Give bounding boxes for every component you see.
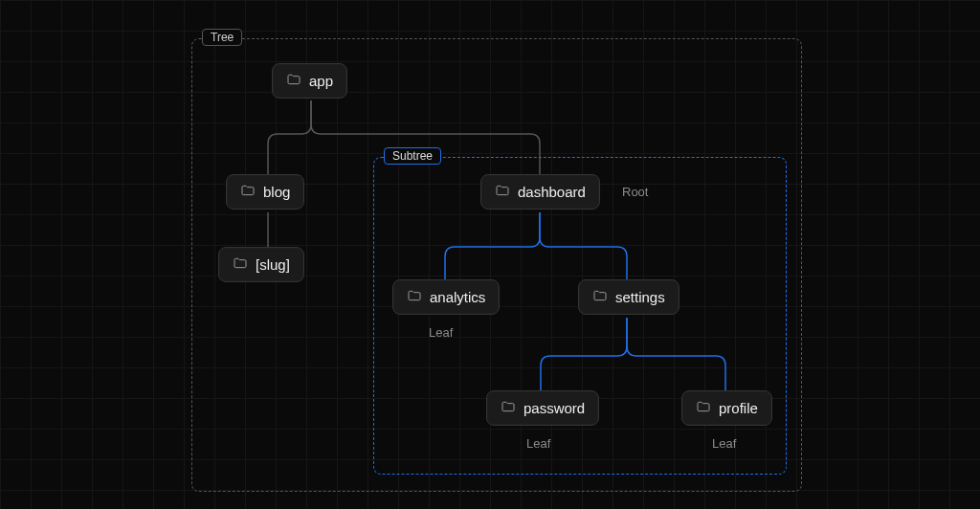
node-label: password	[523, 400, 585, 416]
tree-label: Tree	[202, 29, 242, 46]
annotation-leaf-profile: Leaf	[712, 436, 736, 451]
node-analytics[interactable]: analytics	[392, 279, 500, 315]
folder-icon	[233, 255, 248, 274]
node-label: analytics	[430, 289, 485, 305]
node-password[interactable]: password	[486, 390, 599, 426]
folder-icon	[495, 183, 510, 201]
annotation-root: Root	[622, 185, 648, 199]
annotation-leaf-password: Leaf	[526, 436, 550, 451]
folder-icon	[592, 288, 608, 306]
node-label: blog	[263, 184, 290, 200]
node-blog[interactable]: blog	[226, 174, 304, 210]
diagram-canvas: Tree Subtree app blog [slug] dashboard R…	[0, 0, 980, 509]
node-label: profile	[719, 400, 758, 416]
node-label: app	[309, 73, 333, 89]
node-label: [slug]	[256, 256, 290, 273]
folder-icon	[407, 288, 422, 306]
node-settings[interactable]: settings	[578, 279, 679, 315]
folder-icon	[240, 183, 256, 201]
subtree-label: Subtree	[384, 147, 441, 165]
node-slug[interactable]: [slug]	[218, 247, 304, 282]
folder-icon	[696, 399, 711, 417]
folder-icon	[501, 399, 516, 417]
annotation-leaf-analytics: Leaf	[429, 325, 453, 340]
node-dashboard[interactable]: dashboard	[480, 174, 600, 210]
node-profile[interactable]: profile	[681, 390, 772, 426]
node-label: dashboard	[518, 184, 586, 200]
folder-icon	[286, 72, 301, 90]
node-app[interactable]: app	[272, 63, 347, 99]
node-label: settings	[615, 289, 665, 305]
